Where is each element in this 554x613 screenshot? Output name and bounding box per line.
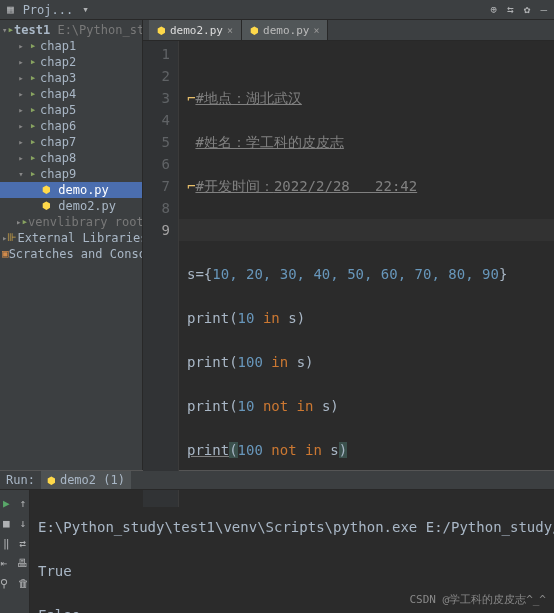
console-line: True <box>38 560 554 582</box>
watermark: CSDN @学工科的皮皮志^_^ <box>409 592 546 607</box>
python-file-icon: ⬢ <box>42 182 51 198</box>
close-icon[interactable]: × <box>227 25 233 36</box>
chevron-down-icon[interactable]: ▾ <box>79 3 92 16</box>
close-icon[interactable]: × <box>313 25 319 36</box>
library-icon: ⊪ <box>7 230 17 246</box>
tab-demo2[interactable]: ⬢demo2.py× <box>149 20 242 40</box>
tree-root[interactable]: ▾▸test1 E:\Python_study\te <box>0 22 142 38</box>
python-file-icon: ⬢ <box>47 475 56 486</box>
exit-icon[interactable]: ⇤ <box>1 557 8 570</box>
tree-folder[interactable]: ▸▸chap5 <box>0 102 142 118</box>
gutter: 1 2 3 4 5 6 7 8 9 <box>143 41 179 507</box>
current-line-highlight <box>179 219 554 241</box>
run-gutter: ▶↑ ■↓ ‖⇄ ⇤🖶 ⚲🗑 <box>0 490 30 613</box>
tree-folder[interactable]: ▸▸chap8 <box>0 150 142 166</box>
python-file-icon: ⬢ <box>42 198 51 214</box>
project-tree[interactable]: ▾▸test1 E:\Python_study\te ▸▸chap1 ▸▸cha… <box>0 20 142 264</box>
console-cmd: E:\Python_study\test1\venv\Scripts\pytho… <box>38 516 554 538</box>
run-icon[interactable]: ▶ <box>3 497 10 510</box>
root-label: test1 <box>14 22 50 38</box>
pause-icon[interactable]: ‖ <box>3 537 10 550</box>
up-icon[interactable]: ↑ <box>20 497 27 510</box>
tree-scratches[interactable]: ▣Scratches and Consoles <box>0 246 142 262</box>
run-title: Run: <box>6 473 35 487</box>
gear-icon[interactable]: ✿ <box>521 3 534 16</box>
print-icon[interactable]: 🖶 <box>17 557 28 570</box>
project-sidebar: ▾▸test1 E:\Python_study\te ▸▸chap1 ▸▸cha… <box>0 20 143 470</box>
tree-folder[interactable]: ▸▸chap2 <box>0 54 142 70</box>
trash-icon[interactable]: 🗑 <box>18 577 29 590</box>
stop-icon[interactable]: ■ <box>3 517 10 530</box>
tree-venv[interactable]: ▸▸venv library root <box>0 214 142 230</box>
tree-folder[interactable]: ▸▸chap7 <box>0 134 142 150</box>
tree-folder[interactable]: ▸▸chap4 <box>0 86 142 102</box>
python-file-icon: ⬢ <box>157 25 166 36</box>
tree-external-libs[interactable]: ▸⊪External Libraries <box>0 230 142 246</box>
tree-file-selected[interactable]: ⬢ demo.py <box>0 182 142 198</box>
scratches-icon: ▣ <box>2 246 9 262</box>
tree-file[interactable]: ⬢ demo2.py <box>0 198 142 214</box>
editor-tabs: ⬢demo2.py× ⬢demo.py× <box>143 20 554 41</box>
hide-icon[interactable]: — <box>537 3 550 16</box>
tree-folder[interactable]: ▾▸chap9 <box>0 166 142 182</box>
code-editor[interactable]: 1 2 3 4 5 6 7 8 9 ⌐#地点：湖北武汉 #姓名：学工科的皮皮志 … <box>143 41 554 507</box>
soft-wrap-icon[interactable]: ⇄ <box>20 537 27 550</box>
tree-folder[interactable]: ▸▸chap6 <box>0 118 142 134</box>
down-icon[interactable]: ↓ <box>20 517 27 530</box>
tree-folder[interactable]: ▸▸chap3 <box>0 70 142 86</box>
tree-folder[interactable]: ▸▸chap1 <box>0 38 142 54</box>
python-file-icon: ⬢ <box>250 25 259 36</box>
tab-demo[interactable]: ⬢demo.py× <box>242 20 328 40</box>
expand-icon[interactable]: ⇆ <box>504 3 517 16</box>
code-lines[interactable]: ⌐#地点：湖北武汉 #姓名：学工科的皮皮志 ⌐#开发时间：2022/2/28 2… <box>179 41 554 507</box>
editor-area: ⬢demo2.py× ⬢demo.py× 1 2 3 4 5 6 7 8 9 ⌐… <box>143 20 554 470</box>
run-tab[interactable]: ⬢demo2 (1) <box>41 471 131 489</box>
project-panel-title[interactable]: Proj... <box>21 3 76 17</box>
project-toolbar: ▦ Proj... ▾ ⊕ ⇆ ✿ — <box>0 0 554 20</box>
project-icon: ▦ <box>4 3 17 16</box>
root-path: E:\Python_study\te <box>57 22 143 38</box>
select-target-icon[interactable]: ⊕ <box>488 3 501 16</box>
pin-icon[interactable]: ⚲ <box>0 577 8 590</box>
main-area: ▾▸test1 E:\Python_study\te ▸▸chap1 ▸▸cha… <box>0 20 554 470</box>
